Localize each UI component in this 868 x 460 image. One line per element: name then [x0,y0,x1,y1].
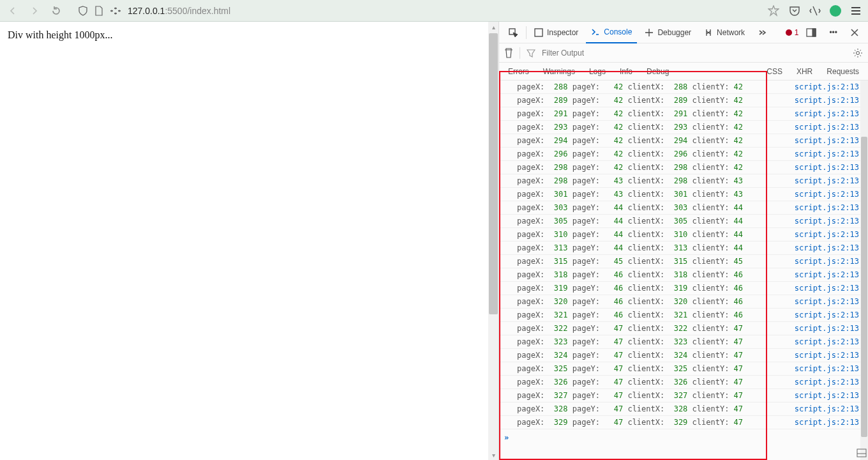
console-source-link[interactable]: script.js:2:13 [795,404,859,413]
console-input[interactable] [514,433,868,442]
console-log-message: pageX: 320 pageY: 46 clientX: 320 client… [517,297,795,306]
console-source-link[interactable]: script.js:2:13 [795,176,859,185]
tabs-overflow-button[interactable] [752,22,772,43]
error-count-badge[interactable]: 1 [786,28,799,37]
console-source-link[interactable]: script.js:2:13 [795,270,859,279]
forward-button[interactable] [28,4,41,17]
url-text: 127.0.0.1:5500/index.html [128,6,230,16]
scroll-down-arrow-icon[interactable]: ▾ [488,450,498,460]
console-log-message: pageX: 321 pageY: 46 clientX: 321 client… [517,310,795,319]
console-source-link[interactable]: script.js:2:13 [795,391,859,400]
devtools-menu-button[interactable]: ••• [824,22,842,43]
console-source-link[interactable]: script.js:2:13 [795,257,859,266]
cat-requests[interactable]: Requests [823,66,863,77]
console-log-message: pageX: 319 pageY: 46 clientX: 319 client… [517,284,795,293]
console-source-link[interactable]: script.js:2:13 [795,351,859,360]
cat-debug[interactable]: Debug [643,66,673,77]
console-log-message: pageX: 289 pageY: 42 clientX: 289 client… [517,96,795,105]
console-log-message: pageX: 291 pageY: 42 clientX: 291 client… [517,109,795,118]
console-log-message: pageX: 294 pageY: 42 clientX: 294 client… [517,136,795,145]
cat-css[interactable]: CSS [763,66,786,77]
console-source-link[interactable]: script.js:2:13 [795,297,859,306]
console-source-link[interactable]: script.js:2:13 [795,136,859,145]
console-log-row: pageX: 324 pageY: 47 clientX: 324 client… [499,349,868,362]
console-source-link[interactable]: script.js:2:13 [795,96,859,105]
console-source-link[interactable]: script.js:2:13 [795,230,859,239]
cat-xhr[interactable]: XHR [793,66,816,77]
console-source-link[interactable]: script.js:2:13 [795,310,859,319]
console-scroll-thumb[interactable] [861,137,867,437]
browser-toolbar: 127.0.0.1:5500/index.html [0,0,868,22]
tab-network-label: Network [717,28,745,37]
console-log-row: pageX: 289 pageY: 42 clientX: 289 client… [499,94,868,107]
console-source-link[interactable]: script.js:2:13 [795,418,859,427]
console-log-message: pageX: 323 pageY: 47 clientX: 323 client… [517,337,795,346]
cat-info[interactable]: Info [616,66,636,77]
svg-point-2 [115,12,117,14]
devtools-close-button[interactable] [845,22,864,43]
svg-rect-5 [535,29,542,36]
dock-side-button[interactable] [801,22,821,43]
console-log-message: pageX: 293 pageY: 42 clientX: 293 client… [517,123,795,132]
console-source-link[interactable]: script.js:2:13 [795,378,859,387]
console-log-row: pageX: 313 pageY: 44 clientX: 313 client… [499,241,868,255]
console-log-row: pageX: 298 pageY: 43 clientX: 298 client… [499,174,868,188]
page-scrollbar[interactable]: ▴ ▾ [488,22,498,460]
tab-console[interactable]: Console [586,22,637,43]
console-log-row: pageX: 293 pageY: 42 clientX: 293 client… [499,121,868,134]
menu-icon[interactable] [850,5,862,17]
console-source-link[interactable]: script.js:2:13 [795,123,859,132]
console-log-row: pageX: 328 pageY: 47 clientX: 328 client… [499,402,868,416]
console-source-link[interactable]: script.js:2:13 [795,364,859,373]
extension-badge-icon[interactable] [830,5,841,17]
filter-output-input[interactable] [542,49,846,57]
scroll-thumb[interactable] [489,33,498,314]
tab-network[interactable]: Network [699,22,750,43]
console-log-row: pageX: 315 pageY: 45 clientX: 315 client… [499,255,868,268]
console-source-link[interactable]: script.js:2:13 [795,82,859,91]
address-bar[interactable]: 127.0.0.1:5500/index.html [71,6,758,16]
console-source-link[interactable]: script.js:2:13 [795,243,859,252]
tab-debugger[interactable]: Debugger [640,22,696,43]
console-log-message: pageX: 310 pageY: 44 clientX: 310 client… [517,230,795,239]
console-log-row: pageX: 325 pageY: 47 clientX: 325 client… [499,362,868,376]
console-source-link[interactable]: script.js:2:13 [795,150,859,158]
devtools-panel: Inspector Console Debugger Network 1 •••… [499,22,868,460]
console-source-link[interactable]: script.js:2:13 [795,284,859,293]
console-log-row: pageX: 319 pageY: 46 clientX: 319 client… [499,282,868,295]
cat-warnings[interactable]: Warnings [539,66,579,77]
console-log-message: pageX: 313 pageY: 44 clientX: 313 client… [517,243,795,252]
tab-inspector[interactable]: Inspector [529,22,583,43]
console-source-link[interactable]: script.js:2:13 [795,337,859,346]
dev-icon[interactable] [809,5,821,17]
bookmark-star-icon[interactable] [767,4,780,17]
console-output[interactable]: pageX: 288 pageY: 42 clientX: 288 client… [499,80,868,460]
trash-icon[interactable] [504,48,513,58]
page-viewport[interactable]: Div with height 1000px... ▴ ▾ [0,22,499,460]
console-source-link[interactable]: script.js:2:13 [795,217,859,226]
cat-errors[interactable]: Errors [504,66,533,77]
console-source-link[interactable]: script.js:2:13 [795,190,859,199]
console-log-row: pageX: 298 pageY: 42 clientX: 298 client… [499,161,868,174]
console-log-row: pageX: 288 pageY: 42 clientX: 288 client… [499,80,868,94]
console-scrollbar[interactable] [860,80,868,460]
svg-rect-7 [812,29,816,36]
cat-logs[interactable]: Logs [585,66,610,77]
console-source-link[interactable]: script.js:2:13 [795,203,859,212]
reload-button[interactable] [50,4,63,17]
permissions-icon[interactable] [110,6,121,15]
pick-element-button[interactable] [503,22,523,43]
console-source-link[interactable]: script.js:2:13 [795,163,859,172]
console-log-row: pageX: 322 pageY: 47 clientX: 322 client… [499,322,868,335]
console-source-link[interactable]: script.js:2:13 [795,109,859,118]
filter-icon[interactable] [527,49,535,57]
console-log-row: pageX: 291 pageY: 42 clientX: 291 client… [499,107,868,121]
console-settings-icon[interactable] [853,48,863,58]
back-button[interactable] [6,4,19,17]
pocket-icon[interactable] [789,5,800,17]
scroll-up-arrow-icon[interactable]: ▴ [488,22,498,32]
split-console-icon[interactable] [857,448,867,457]
console-source-link[interactable]: script.js:2:13 [795,324,859,333]
shield-icon[interactable] [78,6,88,16]
svg-rect-9 [857,449,866,457]
